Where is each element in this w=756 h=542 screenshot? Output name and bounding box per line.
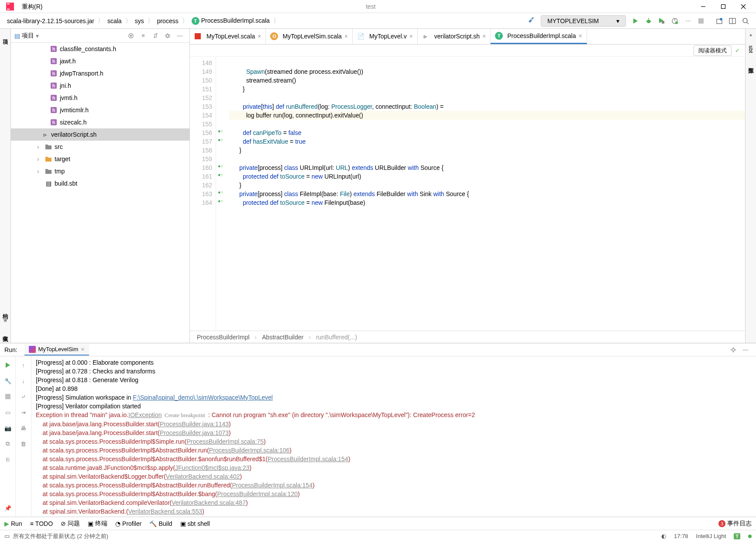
breadcrumb-item[interactable]: sys: [132, 17, 147, 25]
left-tab-favorites[interactable]: 收藏夹: [0, 329, 10, 334]
run-tool-button[interactable]: ▶Run: [4, 520, 22, 527]
stacktrace-link[interactable]: ProcessBuilder.java:1073: [160, 429, 229, 436]
editor-tab[interactable]: TProcessBuilderImpl.scala×: [491, 29, 587, 44]
dump-icon[interactable]: ▭: [2, 406, 14, 418]
close-icon[interactable]: ×: [482, 33, 486, 40]
left-tab-project[interactable]: 项目: [0, 32, 10, 38]
exception-link[interactable]: IOException: [128, 411, 162, 418]
reader-mode-button[interactable]: 阅读器模式: [694, 45, 732, 56]
layout-icon[interactable]: ⧉: [2, 438, 14, 450]
tree-file-item[interactable]: hjdwpTransport.h: [11, 67, 189, 79]
tree-file-item[interactable]: hjvmti.h: [11, 92, 189, 104]
collapse-all-icon[interactable]: ⇵: [149, 30, 162, 42]
stacktrace-link[interactable]: VerilatorBackend.scala:487: [172, 499, 246, 506]
wrench-icon[interactable]: 🔧: [2, 375, 14, 387]
stacktrace-link[interactable]: ProcessBuilder.java:1143: [160, 421, 229, 428]
close-icon[interactable]: ×: [344, 33, 348, 40]
problems-tool-button[interactable]: ⊘问题: [61, 520, 80, 528]
breadcrumb-item[interactable]: TProcessBuilderImpl.scala: [189, 16, 272, 26]
editor-tab[interactable]: ▹verilatorScript.sh×: [418, 29, 491, 44]
select-opened-icon[interactable]: [125, 30, 137, 42]
stacktrace-link[interactable]: ProcessBuilderImpl.scala:154: [268, 456, 348, 463]
expand-all-icon[interactable]: ≡: [137, 30, 149, 42]
trust-badge[interactable]: T: [734, 533, 740, 539]
maximize-button[interactable]: [713, 0, 733, 13]
left-tab-structure[interactable]: 结构: [0, 306, 10, 311]
sbt-shell-button[interactable]: ▣sbt shell: [180, 520, 210, 527]
close-icon[interactable]: ×: [409, 33, 413, 40]
editor-tab[interactable]: MyTopLevel.scala×: [190, 29, 266, 44]
gear-icon[interactable]: [727, 344, 739, 356]
run-config-selector[interactable]: MYTOPLEVELSIM ▾: [541, 15, 626, 27]
breadcrumb-item[interactable]: process: [155, 17, 181, 25]
tree-file-item[interactable]: hclassfile_constants.h: [11, 43, 189, 55]
menu-item[interactable]: 重构(R): [17, 1, 48, 13]
close-button[interactable]: [733, 0, 753, 13]
clear-icon[interactable]: 🗑: [17, 438, 30, 450]
profiler-tool-button[interactable]: ◔Profiler: [115, 520, 141, 527]
code-editor[interactable]: Spawn(streamed done process.exitValue())…: [225, 57, 745, 331]
hide-panel-icon[interactable]: —: [739, 344, 752, 356]
editor-tab[interactable]: OMyTopLevelSim.scala×: [266, 29, 353, 44]
event-log-button[interactable]: 3事件日志: [718, 520, 752, 528]
scroll-end-icon[interactable]: ⇥: [17, 406, 30, 418]
tree-folder-item[interactable]: ›src: [11, 141, 189, 153]
gear-icon[interactable]: [162, 30, 174, 42]
build-tool-button[interactable]: 🔨Build: [149, 520, 172, 527]
stop-button[interactable]: [695, 15, 707, 27]
print-icon[interactable]: 🖶: [17, 422, 30, 434]
coverage-button[interactable]: [656, 15, 668, 27]
tree-file-item[interactable]: hjni.h: [11, 79, 189, 92]
breadcrumb-item[interactable]: scala-library-2.12.15-sources.jar: [4, 17, 97, 25]
console-output[interactable]: [Progress] at 0.000 : Elaborate componen…: [31, 356, 756, 517]
stacktrace-link[interactable]: VerilatorBackend.scala:402: [166, 473, 240, 480]
minimize-button[interactable]: [693, 0, 713, 13]
attach-button[interactable]: ⋯: [682, 15, 694, 27]
close-icon[interactable]: ×: [81, 346, 84, 353]
stacktrace-link[interactable]: ProcessBuilderImpl.scala:120: [217, 490, 298, 497]
updates-icon[interactable]: [713, 15, 725, 27]
camera-icon[interactable]: 📷: [2, 422, 14, 434]
stacktrace-link[interactable]: ProcessBuilderImpl.scala:154: [232, 482, 313, 489]
close-icon[interactable]: ×: [258, 33, 261, 40]
hide-panel-icon[interactable]: —: [174, 30, 186, 42]
file-link[interactable]: F:\Spinal\spinal_demo\.\simWorkspace\MyT…: [133, 394, 273, 401]
debug-button[interactable]: [643, 15, 655, 27]
terminal-tool-button[interactable]: ▣终端: [88, 520, 107, 528]
hammer-icon[interactable]: [525, 15, 537, 27]
create-breakpoint-link[interactable]: Create breakpoint: [162, 412, 207, 418]
breadcrumb-item[interactable]: scala: [105, 17, 124, 25]
search-button[interactable]: [739, 15, 752, 27]
tree-file-item[interactable]: ▤build.sbt: [11, 177, 189, 190]
stacktrace-link[interactable]: JFunction0$mcI$sp.java:23: [175, 464, 249, 471]
editor-tab[interactable]: 📄MyTopLevel.v×: [353, 29, 418, 44]
down-icon[interactable]: ↓: [17, 375, 30, 387]
todo-tool-button[interactable]: ≡TODO: [30, 520, 53, 527]
pin-icon[interactable]: 📌: [2, 502, 14, 514]
tree-file-item[interactable]: hjvmticmlr.h: [11, 104, 189, 116]
up-icon[interactable]: ↑: [17, 359, 30, 371]
run-tab[interactable]: MyTopLevelSim ×: [24, 344, 89, 356]
crumb-item[interactable]: ProcessBuilderImpl: [197, 334, 250, 341]
stacktrace-link[interactable]: VerilatorBackend.scala:553: [128, 508, 203, 515]
theme-label[interactable]: IntelliJ Light: [696, 533, 726, 539]
close-icon[interactable]: ×: [578, 32, 582, 39]
tree-file-item[interactable]: hjawt.h: [11, 55, 189, 67]
stacktrace-link[interactable]: ProcessBuilderImpl.scala:106: [209, 447, 289, 454]
stacktrace-link[interactable]: ProcessBuilderImpl.scala:75: [186, 438, 264, 445]
tree-folder-item[interactable]: ›target: [11, 153, 189, 165]
right-tab-database[interactable]: 数据库: [746, 61, 756, 66]
split-editor-icon[interactable]: [726, 15, 739, 27]
right-tab-sbt[interactable]: sbt: [746, 43, 756, 55]
tree-file-item[interactable]: hsizecalc.h: [11, 116, 189, 128]
run-button[interactable]: [629, 15, 642, 27]
profile-button[interactable]: [669, 15, 681, 27]
soft-wrap-icon[interactable]: ⤶: [17, 390, 30, 403]
crumb-item[interactable]: AbstractBuilder: [262, 334, 303, 341]
tree-file-item-selected[interactable]: ▹verilatorScript.sh: [11, 128, 189, 141]
stop-icon[interactable]: [2, 390, 14, 403]
exit-icon[interactable]: ⎘: [2, 453, 14, 466]
crumb-item[interactable]: runBuffered(...): [316, 334, 357, 341]
tree-folder-item[interactable]: ›tmp: [11, 165, 189, 177]
rerun-button[interactable]: [2, 359, 14, 371]
